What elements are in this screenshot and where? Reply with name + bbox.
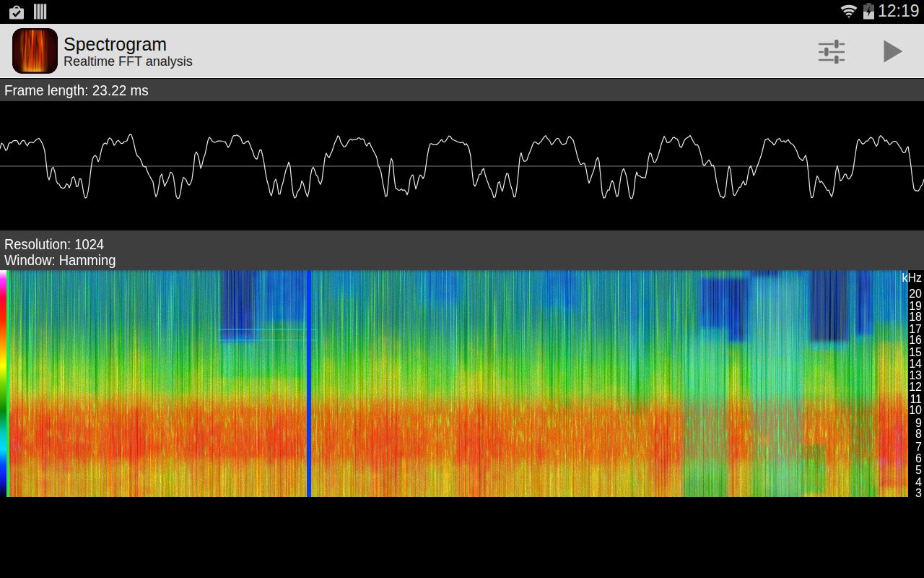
svg-text:12: 12 <box>909 381 922 393</box>
svg-text:8: 8 <box>915 428 922 440</box>
svg-text:20: 20 <box>909 288 922 300</box>
svg-text:18: 18 <box>909 311 922 323</box>
svg-text:5: 5 <box>915 464 922 476</box>
svg-text:7: 7 <box>915 441 922 453</box>
svg-text:6: 6 <box>915 452 922 465</box>
svg-text:13: 13 <box>909 369 922 381</box>
svg-text:3: 3 <box>915 487 922 498</box>
svg-text:15: 15 <box>909 346 922 358</box>
svg-text:10: 10 <box>909 404 922 416</box>
svg-text:kHz: kHz <box>902 272 922 284</box>
svg-text:16: 16 <box>909 334 922 346</box>
svg-text:14: 14 <box>909 358 922 370</box>
